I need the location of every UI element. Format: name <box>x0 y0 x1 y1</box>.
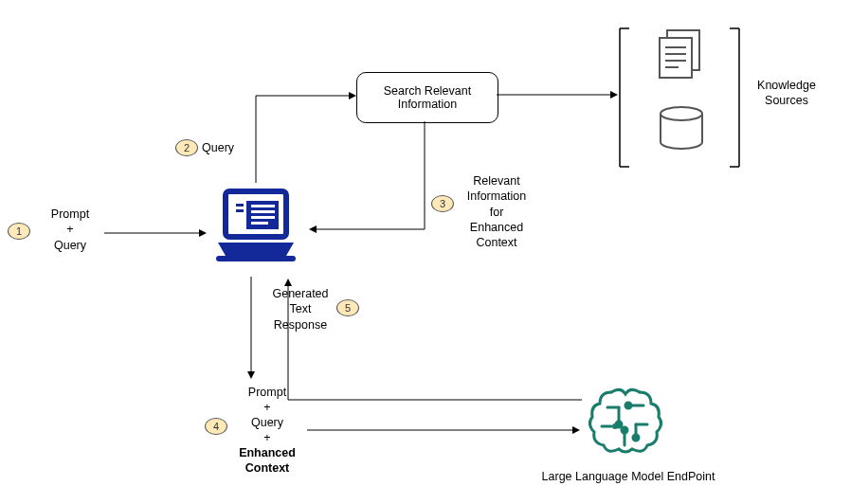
arrow-5 <box>282 275 586 407</box>
step-1-badge: 1 <box>8 223 30 240</box>
arrow-3 <box>305 119 428 237</box>
llm-brain-icon <box>583 379 668 464</box>
svg-point-21 <box>661 107 702 120</box>
arrow-to-knowledge <box>497 89 620 100</box>
step-3-label: Relevant Information for Enhanced Contex… <box>459 173 534 250</box>
step-2-label: Query <box>202 140 234 155</box>
svg-rect-11 <box>216 256 296 261</box>
svg-rect-8 <box>251 210 275 213</box>
arrow-1 <box>104 227 208 239</box>
llm-label: Large Language Model EndPoint <box>529 469 728 484</box>
svg-marker-24 <box>247 371 255 379</box>
svg-marker-39 <box>284 279 292 286</box>
step-3-badge: 3 <box>431 195 454 212</box>
svg-point-31 <box>625 403 631 408</box>
svg-point-38 <box>622 427 627 433</box>
step-1-label: Prompt + Query <box>42 207 99 253</box>
step-1-num: 1 <box>16 225 22 237</box>
svg-marker-1 <box>199 229 207 237</box>
step-4-label-bold: Enhanced Context <box>229 445 305 476</box>
step-4-num: 4 <box>213 421 219 432</box>
step-2-num: 2 <box>184 142 190 153</box>
arrow-4 <box>307 424 582 436</box>
svg-rect-9 <box>251 216 275 219</box>
svg-marker-14 <box>610 91 618 99</box>
svg-marker-12 <box>349 92 356 99</box>
svg-marker-26 <box>572 426 580 434</box>
arrow-down-to-4 <box>245 277 257 381</box>
knowledge-label: Knowledge Sources <box>749 78 824 109</box>
step-3-num: 3 <box>440 198 445 209</box>
database-icon <box>658 106 705 152</box>
svg-rect-7 <box>251 205 275 207</box>
step-2-badge: 2 <box>175 139 198 156</box>
documents-icon <box>656 28 707 83</box>
svg-rect-6 <box>236 209 244 212</box>
svg-rect-10 <box>251 222 268 225</box>
svg-rect-5 <box>236 204 244 207</box>
svg-marker-22 <box>309 225 317 233</box>
svg-point-36 <box>633 435 639 441</box>
search-box: Search Relevant Information <box>356 72 498 123</box>
svg-rect-16 <box>660 38 692 78</box>
step-4-badge: 4 <box>205 418 227 435</box>
laptop-icon <box>208 180 303 275</box>
svg-point-33 <box>612 423 618 429</box>
